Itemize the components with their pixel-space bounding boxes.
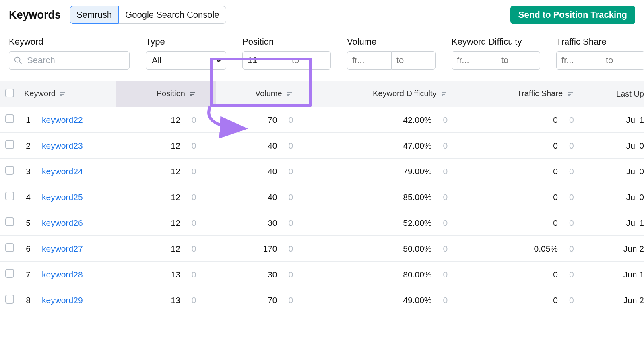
select-all-checkbox[interactable]: [5, 89, 14, 97]
volume-value: 40: [268, 167, 277, 176]
last-updated-value: Jul 1: [593, 210, 644, 236]
last-updated-value: Jul 0: [593, 159, 644, 184]
row-checkbox[interactable]: [5, 217, 14, 226]
volume-delta: 0: [283, 244, 293, 254]
row-checkbox[interactable]: [5, 114, 14, 123]
position-delta: 0: [186, 270, 196, 279]
position-delta: 0: [186, 218, 196, 228]
page-title: Keywords: [9, 9, 61, 21]
volume-to-input[interactable]: [391, 51, 436, 70]
column-header-keyword[interactable]: Keyword: [19, 81, 116, 107]
traffic-delta: 0: [564, 218, 574, 228]
column-header-last-updated[interactable]: Last Up: [593, 81, 644, 107]
row-index: 1: [19, 107, 37, 133]
last-updated-value: Jun 2: [593, 236, 644, 262]
volume-delta: 0: [283, 218, 293, 228]
column-label: Position: [157, 89, 185, 98]
row-checkbox[interactable]: [5, 140, 14, 149]
volume-value: 30: [268, 218, 277, 228]
position-delta: 0: [186, 244, 196, 254]
position-value: 13: [171, 270, 180, 279]
difficulty-to-input[interactable]: [496, 51, 540, 70]
traffic-delta: 0: [564, 192, 574, 202]
filter-volume: Volume: [347, 37, 436, 70]
position-value: 12: [171, 115, 180, 125]
row-checkbox[interactable]: [5, 192, 14, 200]
keyword-link[interactable]: keyword24: [42, 167, 83, 176]
position-delta: 0: [186, 115, 196, 125]
keyword-link[interactable]: keyword28: [42, 270, 83, 279]
search-icon: [14, 56, 23, 65]
table-row: 8keyword2913070049.00%000Jun 2: [0, 287, 644, 313]
column-label: Volume: [255, 89, 282, 98]
column-label: Keyword: [24, 89, 56, 98]
position-to-input[interactable]: [287, 51, 331, 70]
row-index: 7: [19, 262, 37, 287]
traffic-delta: 0: [564, 244, 574, 254]
keyword-link[interactable]: keyword23: [42, 141, 83, 150]
difficulty-delta: 0: [438, 270, 448, 279]
column-header-volume[interactable]: Volume: [216, 81, 313, 107]
svg-line-1: [19, 62, 21, 64]
traffic-value: 0: [553, 115, 558, 125]
volume-delta: 0: [283, 295, 293, 305]
traffic-value: 0: [553, 167, 558, 176]
keyword-link[interactable]: keyword27: [42, 244, 83, 253]
volume-delta: 0: [283, 115, 293, 125]
difficulty-delta: 0: [438, 167, 448, 176]
volume-value: 40: [268, 141, 277, 151]
volume-from-input[interactable]: [347, 51, 391, 70]
keyword-link[interactable]: keyword22: [42, 115, 83, 124]
difficulty-value: 50.00%: [403, 244, 431, 254]
filter-label: Traffic Share: [556, 37, 644, 47]
difficulty-value: 47.00%: [403, 141, 431, 151]
table-row: 5keyword2612030052.00%000Jul 1: [0, 210, 644, 236]
type-select[interactable]: All: [146, 51, 226, 70]
table-row: 1keyword2212070042.00%000Jul 1: [0, 107, 644, 133]
filter-label: Keyword: [9, 37, 130, 47]
keyword-link[interactable]: keyword25: [42, 192, 83, 202]
send-to-position-tracking-button[interactable]: Send to Position Tracking: [510, 6, 635, 24]
row-checkbox[interactable]: [5, 269, 14, 278]
row-checkbox[interactable]: [5, 243, 14, 252]
traffic-value: 0: [553, 295, 558, 305]
traffic-to-input[interactable]: [601, 51, 644, 70]
position-delta: 0: [186, 192, 196, 202]
keyword-link[interactable]: keyword26: [42, 218, 83, 227]
select-value: All: [152, 55, 161, 65]
button-label: Send to Position Tracking: [518, 10, 627, 20]
difficulty-from-input[interactable]: [452, 51, 496, 70]
difficulty-delta: 0: [438, 141, 448, 151]
tab-label: Semrush: [76, 10, 112, 20]
row-index: 5: [19, 210, 37, 236]
traffic-value: 0: [553, 192, 558, 202]
column-header-traffic[interactable]: Traffic Share: [467, 81, 593, 107]
difficulty-value: 49.00%: [403, 295, 431, 305]
traffic-value: 0: [553, 141, 558, 151]
filter-type: Type All: [146, 37, 226, 70]
position-from-input[interactable]: [242, 51, 287, 70]
tab-google-search-console[interactable]: Google Search Console: [119, 6, 226, 24]
traffic-delta: 0: [564, 167, 574, 176]
traffic-from-input[interactable]: [556, 51, 601, 70]
position-delta: 0: [186, 167, 196, 176]
tab-semrush[interactable]: Semrush: [70, 6, 119, 24]
filter-keyword: Keyword: [9, 37, 130, 70]
row-index: 2: [19, 133, 37, 159]
svg-point-0: [15, 57, 20, 62]
traffic-delta: 0: [564, 295, 574, 305]
keyword-link[interactable]: keyword29: [42, 295, 83, 305]
last-updated-value: Jul 0: [593, 184, 644, 210]
tab-label: Google Search Console: [125, 10, 219, 20]
search-input[interactable]: [9, 51, 130, 70]
column-header-position[interactable]: Position: [116, 81, 216, 107]
column-header-difficulty[interactable]: Keyword Difficulty: [312, 81, 467, 107]
row-checkbox[interactable]: [5, 295, 14, 304]
volume-value: 30: [268, 270, 277, 279]
volume-delta: 0: [283, 141, 293, 151]
position-value: 12: [171, 244, 180, 254]
row-checkbox[interactable]: [5, 166, 14, 175]
volume-value: 70: [268, 295, 277, 305]
position-value: 12: [171, 141, 180, 151]
table-header-row: Keyword Position Volume Keyword Difficul…: [0, 81, 644, 107]
